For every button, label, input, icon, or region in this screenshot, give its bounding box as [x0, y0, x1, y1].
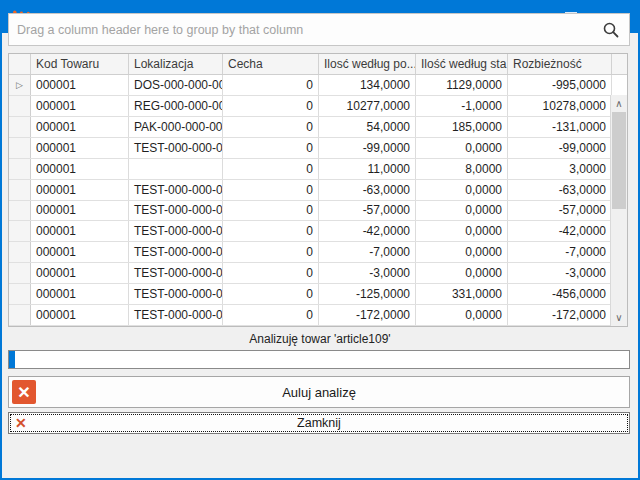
table-cell[interactable]: TEST-000-000-0...: [129, 305, 223, 325]
table-cell[interactable]: 3,0000: [508, 159, 612, 179]
search-icon[interactable]: [602, 21, 620, 39]
table-cell[interactable]: 0: [223, 221, 319, 241]
column-header[interactable]: Ilość według sta...: [416, 54, 508, 74]
table-cell[interactable]: 000001: [31, 284, 129, 304]
table-cell[interactable]: TEST-000-000-0...: [129, 263, 223, 283]
table-cell[interactable]: 0: [223, 75, 319, 95]
table-cell[interactable]: 0: [223, 180, 319, 200]
table-row[interactable]: 000001REG-000-000-000010277,0000-1,00001…: [9, 96, 610, 117]
table-row[interactable]: 000001TEST-000-000-0...0-99,00000,0000-9…: [9, 138, 610, 159]
table-cell[interactable]: 0,0000: [416, 180, 508, 200]
row-indicator-cell: [9, 263, 31, 283]
table-row[interactable]: ▷000001DOS-000-000-0000134,00001129,0000…: [9, 75, 610, 96]
table-cell[interactable]: 0,0000: [416, 305, 508, 325]
table-cell[interactable]: -99,0000: [508, 138, 612, 158]
table-cell[interactable]: 54,0000: [319, 117, 416, 137]
table-cell[interactable]: 0: [223, 263, 319, 283]
table-cell[interactable]: -131,0000: [508, 117, 612, 137]
column-header[interactable]: Lokalizacja: [129, 54, 223, 74]
table-cell[interactable]: 000001: [31, 221, 129, 241]
cancel-analysis-button[interactable]: ✕ Auluj analizę: [8, 376, 630, 408]
table-cell[interactable]: REG-000-000-000: [129, 96, 223, 116]
table-cell[interactable]: -3,0000: [508, 263, 612, 283]
table-cell[interactable]: -57,0000: [319, 201, 416, 221]
table-cell[interactable]: [129, 159, 223, 179]
table-row[interactable]: 000001011,00008,00003,0000: [9, 159, 610, 180]
table-cell[interactable]: TEST-000-000-0...: [129, 138, 223, 158]
table-cell[interactable]: -172,0000: [319, 305, 416, 325]
table-cell[interactable]: TEST-000-000-0...: [129, 201, 223, 221]
table-cell[interactable]: 0: [223, 284, 319, 304]
table-cell[interactable]: -57,0000: [508, 201, 612, 221]
table-cell[interactable]: -99,0000: [319, 138, 416, 158]
table-cell[interactable]: 10277,0000: [319, 96, 416, 116]
table-cell[interactable]: 0: [223, 242, 319, 262]
close-button[interactable]: ✕ Zamknij: [8, 412, 630, 434]
table-cell[interactable]: -63,0000: [319, 180, 416, 200]
table-cell[interactable]: 0,0000: [416, 201, 508, 221]
table-cell[interactable]: -63,0000: [508, 180, 612, 200]
table-cell[interactable]: 000001: [31, 159, 129, 179]
table-cell[interactable]: -456,0000: [508, 284, 612, 304]
table-cell[interactable]: 000001: [31, 305, 129, 325]
table-cell[interactable]: 0: [223, 117, 319, 137]
table-cell[interactable]: -172,0000: [508, 305, 612, 325]
table-cell[interactable]: 000001: [31, 242, 129, 262]
table-cell[interactable]: -42,0000: [508, 221, 612, 241]
table-cell[interactable]: -3,0000: [319, 263, 416, 283]
table-cell[interactable]: 000001: [31, 117, 129, 137]
table-cell[interactable]: 1129,0000: [416, 75, 508, 95]
table-cell[interactable]: 0: [223, 201, 319, 221]
column-header[interactable]: Kod Towaru: [31, 54, 129, 74]
table-cell[interactable]: -995,0000: [508, 75, 612, 95]
table-cell[interactable]: 0: [223, 138, 319, 158]
table-row[interactable]: 000001TEST-000-000-0...0-57,00000,0000-5…: [9, 201, 610, 222]
table-cell[interactable]: 0,0000: [416, 221, 508, 241]
table-cell[interactable]: 000001: [31, 96, 129, 116]
table-cell[interactable]: DOS-000-000-000: [129, 75, 223, 95]
table-cell[interactable]: 134,0000: [319, 75, 416, 95]
table-cell[interactable]: 331,0000: [416, 284, 508, 304]
table-row[interactable]: 000001PAK-000-000-000054,0000185,0000-13…: [9, 117, 610, 138]
table-row[interactable]: 000001TEST-000-000-0...0-7,00000,0000-7,…: [9, 242, 610, 263]
table-cell[interactable]: 11,0000: [319, 159, 416, 179]
table-cell[interactable]: 0,0000: [416, 242, 508, 262]
table-cell[interactable]: TEST-000-000-0...: [129, 284, 223, 304]
table-row[interactable]: 000001TEST-000-000-0...0-3,00000,0000-3,…: [9, 263, 610, 284]
table-cell[interactable]: -7,0000: [319, 242, 416, 262]
column-header[interactable]: Cecha: [223, 54, 319, 74]
table-cell[interactable]: 0: [223, 159, 319, 179]
scrollbar-thumb[interactable]: [612, 112, 626, 209]
table-cell[interactable]: PAK-000-000-000: [129, 117, 223, 137]
table-cell[interactable]: TEST-000-000-0...: [129, 180, 223, 200]
table-cell[interactable]: 000001: [31, 180, 129, 200]
table-cell[interactable]: 0: [223, 305, 319, 325]
table-cell[interactable]: 000001: [31, 263, 129, 283]
table-cell[interactable]: -42,0000: [319, 221, 416, 241]
group-by-panel[interactable]: Drag a column header here to group by th…: [8, 13, 630, 46]
table-row[interactable]: 000001TEST-000-000-0...0-42,00000,0000-4…: [9, 221, 610, 242]
table-cell[interactable]: -1,0000: [416, 96, 508, 116]
table-row[interactable]: 000001TEST-000-000-0...0-63,00000,0000-6…: [9, 180, 610, 201]
table-cell[interactable]: -125,0000: [319, 284, 416, 304]
table-cell[interactable]: TEST-000-000-0...: [129, 221, 223, 241]
table-cell[interactable]: 0: [223, 96, 319, 116]
column-header[interactable]: Rozbieżność: [508, 54, 612, 74]
table-cell[interactable]: 185,0000: [416, 117, 508, 137]
table-cell[interactable]: 0,0000: [416, 263, 508, 283]
table-row[interactable]: 000001TEST-000-000-0...0-172,00000,0000-…: [9, 305, 610, 326]
table-cell[interactable]: TEST-000-000-0...: [129, 242, 223, 262]
table-cell[interactable]: 8,0000: [416, 159, 508, 179]
scroll-up-arrow-icon[interactable]: ∧: [611, 95, 627, 112]
table-cell[interactable]: 0,0000: [416, 138, 508, 158]
table-cell[interactable]: 10278,0000: [508, 96, 612, 116]
table-row[interactable]: 000001TEST-000-000-0...0-125,0000331,000…: [9, 284, 610, 305]
table-cell[interactable]: 000001: [31, 201, 129, 221]
data-grid: Kod TowaruLokalizacjaCechaIlosć według p…: [8, 53, 628, 327]
column-header[interactable]: Ilosć według po...: [319, 54, 416, 74]
table-cell[interactable]: -7,0000: [508, 242, 612, 262]
table-cell[interactable]: 000001: [31, 138, 129, 158]
table-cell[interactable]: 000001: [31, 75, 129, 95]
vertical-scrollbar[interactable]: ∧ ∨: [610, 95, 627, 326]
scroll-down-arrow-icon[interactable]: ∨: [611, 309, 627, 326]
